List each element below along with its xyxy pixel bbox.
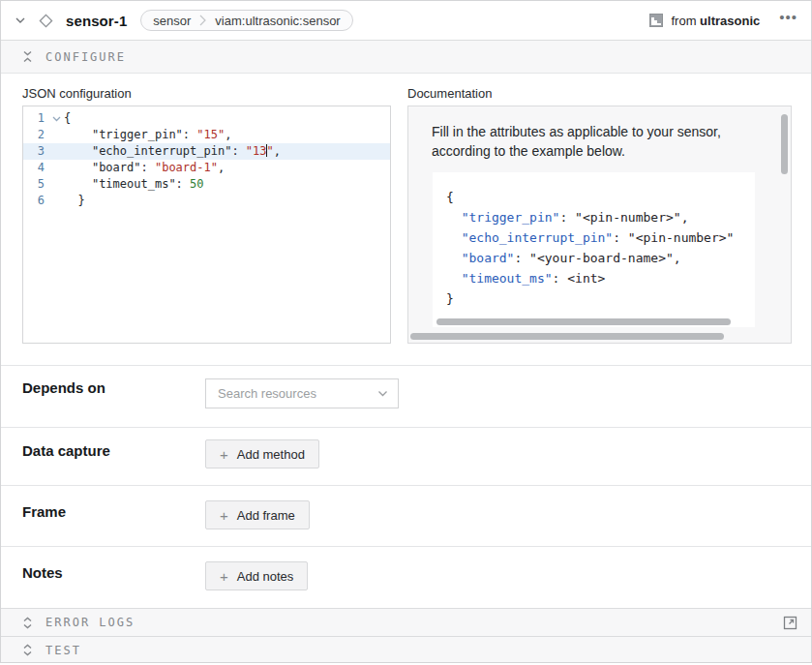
add-notes-button[interactable]: + Add notes — [205, 561, 308, 590]
chevron-down-icon — [377, 390, 388, 397]
frame-row: Frame + Add frame — [1, 485, 811, 546]
data-capture-row: Data capture + Add method — [1, 427, 811, 485]
sensor-diamond-icon — [38, 13, 54, 29]
data-capture-label: Data capture — [22, 442, 110, 459]
doc-code-line: "timeout_ms": <int> — [446, 268, 755, 288]
fold-chevron-icon[interactable] — [48, 110, 64, 127]
code-text: "echo_interrupt_pin": "13", — [64, 143, 281, 160]
error-logs-section-header[interactable]: ERROR LOGS — [1, 608, 811, 636]
add-method-button[interactable]: + Add method — [205, 439, 319, 469]
collapse-vertical-icon — [22, 50, 33, 63]
doc-panel-vertical-scrollbar[interactable] — [781, 114, 788, 174]
plus-icon: + — [220, 569, 228, 584]
doc-code-line: "trigger_pin": "<pin-number>", — [446, 207, 755, 227]
plus-icon: + — [220, 508, 228, 523]
expand-vertical-icon — [22, 644, 33, 656]
documentation-panel: Fill in the attributes as applicable to … — [407, 106, 792, 344]
depends-on-placeholder: Search resources — [218, 386, 377, 401]
test-section-label: TEST — [45, 644, 81, 657]
line-number: 4 — [23, 160, 48, 176]
line-number: 5 — [23, 176, 48, 193]
error-logs-section-label: ERROR LOGS — [45, 616, 135, 629]
notes-label: Notes — [22, 564, 63, 581]
doc-code-line: { — [446, 187, 755, 207]
component-type-badge: sensor viam:ultrasonic:sensor — [140, 10, 352, 31]
fold-gutter — [48, 160, 64, 176]
configure-section-body: JSON configuration 1{2 "trigger_pin": "1… — [1, 74, 811, 365]
code-text: "trigger_pin": "15", — [64, 127, 231, 143]
from-module-label: from ultrasonic — [671, 14, 760, 28]
badge-model-label: viam:ultrasonic:sensor — [215, 14, 340, 28]
doc-panel-horizontal-scrollbar[interactable] — [410, 333, 724, 340]
depends-on-label: Depends on — [22, 379, 105, 396]
line-number: 2 — [23, 127, 48, 143]
doc-code-line: "board": "<your-board-name>", — [446, 248, 755, 268]
frame-label: Frame — [22, 503, 66, 520]
documentation-label: Documentation — [407, 86, 492, 101]
line-number: 1 — [23, 110, 48, 127]
code-text: } — [64, 193, 85, 209]
component-name: sensor-1 — [66, 13, 127, 29]
doc-code-line: } — [446, 288, 755, 309]
json-configuration-label: JSON configuration — [22, 86, 132, 101]
json-config-editor[interactable]: 1{2 "trigger_pin": "15",3 "echo_interrup… — [22, 106, 391, 344]
chevron-right-icon — [199, 15, 206, 26]
depends-on-select[interactable]: Search resources — [205, 378, 399, 408]
plus-icon: + — [220, 447, 228, 462]
badge-type-label: sensor — [153, 14, 191, 28]
configure-section-label: CONFIGURE — [45, 50, 126, 64]
fold-gutter — [48, 193, 64, 209]
header-right-group: from ultrasonic ••• — [649, 13, 797, 28]
add-frame-button[interactable]: + Add frame — [205, 500, 310, 529]
json-editor-lines: 1{2 "trigger_pin": "15",3 "echo_interrup… — [23, 110, 390, 209]
fold-gutter — [48, 176, 64, 193]
code-block-horizontal-scrollbar[interactable] — [436, 318, 731, 325]
documentation-code-lines: { "trigger_pin": "<pin-number>", "echo_i… — [446, 187, 755, 309]
notes-row: Notes + Add notes — [1, 546, 811, 608]
expand-vertical-icon — [22, 617, 33, 629]
depends-on-row: Depends on Search resources — [1, 365, 811, 427]
overflow-menu-button[interactable]: ••• — [779, 13, 797, 28]
code-text: "timeout_ms": 50 — [64, 176, 204, 193]
fold-gutter — [48, 127, 64, 143]
fold-gutter — [48, 143, 64, 160]
component-config-card: sensor-1 sensor viam:ultrasonic:sensor f… — [0, 0, 812, 663]
editor-line[interactable]: 6 } — [23, 193, 390, 209]
configure-section-header[interactable]: CONFIGURE — [1, 41, 811, 74]
editor-line[interactable]: 3 "echo_interrupt_pin": "13", — [23, 143, 390, 160]
editor-line[interactable]: 5 "timeout_ms": 50 — [23, 176, 390, 193]
line-number: 3 — [23, 143, 48, 160]
collapse-chevron-icon[interactable] — [15, 16, 26, 24]
editor-line[interactable]: 2 "trigger_pin": "15", — [23, 127, 390, 143]
doc-code-line: "echo_interrupt_pin": "<pin-number>" — [446, 227, 755, 248]
code-text: { — [64, 110, 71, 127]
editor-line[interactable]: 1{ — [23, 110, 390, 127]
editor-line[interactable]: 4 "board": "board-1", — [23, 160, 390, 176]
documentation-intro-text: Fill in the attributes as applicable to … — [432, 122, 762, 162]
open-logs-external-button[interactable] — [783, 616, 797, 630]
code-text: "board": "board-1", — [64, 160, 225, 176]
test-section-header[interactable]: TEST — [1, 636, 811, 663]
component-header: sensor-1 sensor viam:ultrasonic:sensor f… — [1, 1, 811, 41]
line-number: 6 — [23, 193, 48, 209]
documentation-code-block: { "trigger_pin": "<pin-number>", "echo_i… — [433, 172, 755, 327]
module-icon — [649, 14, 663, 27]
